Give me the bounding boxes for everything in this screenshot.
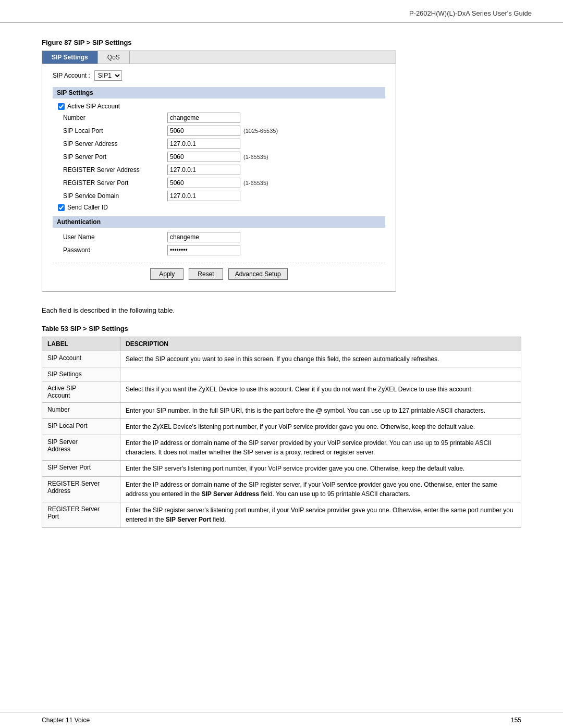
sip-server-address-row: SIP Server Address — [53, 139, 385, 149]
sip-account-label: SIP Account : — [53, 72, 90, 79]
auth-section: Authentication User Name Password — [53, 216, 385, 255]
sip-server-port-input-wrap: (1-65535) — [167, 152, 268, 162]
row-description: Enter the SIP server's listening port nu… — [120, 461, 521, 477]
register-server-port-input[interactable] — [167, 178, 240, 188]
tab-sip-settings[interactable]: SIP Settings — [42, 51, 98, 64]
table-title: Table 53 SIP > SIP Settings — [42, 325, 521, 332]
row-label: SIP ServerAddress — [42, 435, 120, 461]
sip-local-port-hint: (1025-65535) — [243, 128, 278, 134]
password-row: Password — [53, 245, 385, 255]
row-label: SIP Settings — [42, 367, 120, 381]
tab-qos[interactable]: QoS — [98, 51, 130, 64]
footer-left: Chapter 11 Voice — [42, 717, 90, 724]
sip-server-port-row: SIP Server Port (1-65535) — [53, 152, 385, 162]
sip-account-select[interactable]: SIP1 SIP2 — [94, 70, 122, 81]
table-row: SIP Account Select the SIP account you w… — [42, 351, 521, 367]
row-label: SIP Server Port — [42, 461, 120, 477]
sip-settings-header: SIP Settings — [53, 87, 385, 98]
active-sip-label: Active SIP Account — [67, 103, 120, 110]
sip-local-port-input-wrap: (1025-65535) — [167, 126, 278, 136]
sip-server-address-label: SIP Server Address — [63, 140, 167, 147]
sip-account-row: SIP Account : SIP1 SIP2 — [53, 70, 385, 81]
row-label: SIP Account — [42, 351, 120, 367]
advanced-setup-button[interactable]: Advanced Setup — [228, 268, 288, 280]
user-name-row: User Name — [53, 232, 385, 242]
register-server-port-hint: (1-65535) — [243, 180, 268, 186]
sip-settings-panel: SIP Settings QoS SIP Account : SIP1 SIP2… — [42, 51, 396, 292]
table-row: Number Enter your SIP number. In the ful… — [42, 403, 521, 419]
page-header: P-2602H(W)(L)-DxA Series User's Guide — [0, 0, 563, 23]
row-description: Select this if you want the ZyXEL Device… — [120, 381, 521, 403]
register-server-port-label: REGISTER Server Port — [63, 179, 167, 187]
col-header-description: DESCRIPTION — [120, 337, 521, 351]
sip-local-port-label: SIP Local Port — [63, 127, 167, 134]
sip-service-domain-input-wrap — [167, 191, 240, 201]
register-server-address-label: REGISTER Server Address — [63, 166, 167, 174]
apply-button[interactable]: Apply — [150, 268, 183, 280]
tab-bar: SIP Settings QoS — [42, 51, 396, 64]
number-row: Number — [53, 113, 385, 123]
sip-service-domain-input[interactable] — [167, 191, 240, 201]
table-row: Active SIPAccount Select this if you wan… — [42, 381, 521, 403]
active-sip-checkbox[interactable] — [58, 103, 65, 110]
sip-settings-section: SIP Settings Active SIP Account Number S… — [53, 87, 385, 211]
table-row: SIP Settings — [42, 367, 521, 381]
header-title: P-2602H(W)(L)-DxA Series User's Guide — [409, 9, 532, 17]
page-footer: Chapter 11 Voice 155 — [0, 712, 563, 728]
row-description: Enter the IP address or domain name of t… — [120, 477, 521, 502]
auth-header: Authentication — [53, 216, 385, 228]
user-name-input-wrap — [167, 232, 240, 242]
register-server-port-row: REGISTER Server Port (1-65535) — [53, 178, 385, 188]
table-row: REGISTER ServerPort Enter the SIP regist… — [42, 502, 521, 528]
register-server-address-input[interactable] — [167, 165, 240, 175]
sip-local-port-input[interactable] — [167, 126, 240, 136]
sip-server-port-label: SIP Server Port — [63, 153, 167, 161]
col-header-label: LABEL — [42, 337, 120, 351]
table-row: SIP Local Port Enter the ZyXEL Device's … — [42, 419, 521, 435]
body-text: Each field is described in the following… — [42, 306, 521, 314]
register-server-address-row: REGISTER Server Address — [53, 165, 385, 175]
panel-body: SIP Account : SIP1 SIP2 SIP Settings Act… — [42, 64, 396, 291]
row-label: REGISTER ServerPort — [42, 502, 120, 528]
reset-button[interactable]: Reset — [189, 268, 223, 280]
password-label: Password — [63, 246, 167, 254]
number-input-wrap — [167, 113, 240, 123]
active-sip-row: Active SIP Account — [53, 103, 385, 110]
sip-local-port-row: SIP Local Port (1025-65535) — [53, 126, 385, 136]
sip-server-port-hint: (1-65535) — [243, 154, 268, 160]
row-label: Active SIPAccount — [42, 381, 120, 403]
row-description: Select the SIP account you want to see i… — [120, 351, 521, 367]
row-description — [120, 367, 521, 381]
figure-title: Figure 87 SIP > SIP Settings — [42, 39, 521, 46]
sip-server-address-input-wrap — [167, 139, 240, 149]
user-name-input[interactable] — [167, 232, 240, 242]
send-caller-id-label: Send Caller ID — [67, 204, 108, 211]
password-input-wrap — [167, 245, 240, 255]
row-description: Enter the IP address or domain name of t… — [120, 435, 521, 461]
sip-server-address-input[interactable] — [167, 139, 240, 149]
register-server-port-input-wrap: (1-65535) — [167, 178, 268, 188]
row-label: Number — [42, 403, 120, 419]
user-name-label: User Name — [63, 233, 167, 241]
sip-service-domain-label: SIP Service Domain — [63, 192, 167, 200]
page-content: Figure 87 SIP > SIP Settings SIP Setting… — [0, 23, 563, 549]
table-row: REGISTER ServerAddress Enter the IP addr… — [42, 477, 521, 502]
send-caller-id-row: Send Caller ID — [53, 204, 385, 211]
row-label: SIP Local Port — [42, 419, 120, 435]
footer-right: 155 — [511, 717, 521, 724]
sip-server-port-input[interactable] — [167, 152, 240, 162]
sip-service-domain-row: SIP Service Domain — [53, 191, 385, 201]
row-label: REGISTER ServerAddress — [42, 477, 120, 502]
table-row: SIP ServerAddress Enter the IP address o… — [42, 435, 521, 461]
sip-settings-table: LABEL DESCRIPTION SIP Account Select the… — [42, 337, 521, 528]
row-description: Enter your SIP number. In the full SIP U… — [120, 403, 521, 419]
button-row: Apply Reset Advanced Setup — [53, 263, 385, 285]
number-input[interactable] — [167, 113, 240, 123]
row-description: Enter the ZyXEL Device's listening port … — [120, 419, 521, 435]
send-caller-id-checkbox[interactable] — [58, 204, 65, 211]
number-label: Number — [63, 114, 167, 121]
password-input[interactable] — [167, 245, 240, 255]
register-server-address-input-wrap — [167, 165, 240, 175]
table-row: SIP Server Port Enter the SIP server's l… — [42, 461, 521, 477]
row-description: Enter the SIP register server's listenin… — [120, 502, 521, 528]
